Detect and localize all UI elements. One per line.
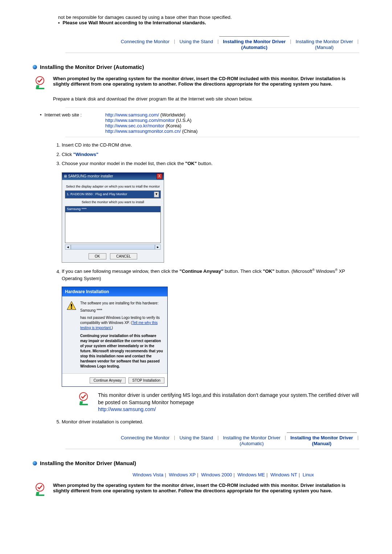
tab-separator: | [284,432,287,449]
link-loc: (Korea) [164,123,181,128]
sep: | [197,472,198,477]
tab-connecting-monitor[interactable]: Connecting the Monitor [117,36,173,53]
carryover-line: not be responsible for damages caused by… [58,15,359,20]
chevron-down-icon[interactable]: ▼ [154,192,159,197]
step-3: Choose your monitor model in the model l… [62,160,359,263]
monitor-list[interactable]: Samsung **** [65,206,161,243]
tab-separator: | [289,36,292,53]
warn-line1: The software you are installing for this… [80,301,163,306]
install-steps: Insert CD into the CD-ROM drive. Click "… [62,141,359,425]
link-loc: (U.S.A) [175,118,191,123]
horizontal-scrollbar[interactable]: ◄ ► [65,245,161,250]
divider [65,137,359,137]
website-list: http://www.samsung.com/ (Worldwide) http… [105,112,359,134]
close-icon[interactable]: X [156,173,162,179]
tab-install-driver-manual[interactable]: Installing the Monitor Driver (Manual) [292,36,356,53]
sep: | [266,472,268,477]
check-note-icon [33,76,47,90]
installer-dialog-title: 🖥 SAMSUNG monitor installer [64,173,113,179]
step-4: If you can see following message window,… [62,268,359,413]
os-link-vista[interactable]: Windows Vista [132,472,163,477]
link-samsung-china[interactable]: http://www.samsungmonitor.com.cn/ [105,128,181,134]
tab-separator: | [217,432,219,449]
step-2-text: Click [62,152,73,157]
step-4-text-f: Windows [315,269,335,274]
installer-adapter-label: Select the display adapter on which you … [65,184,161,189]
tab-connecting-monitor[interactable]: Connecting the Monitor [117,432,173,449]
os-link-xp[interactable]: Windows XP [169,472,196,477]
cancel-button[interactable]: CANCEL [110,253,137,259]
warn-product: Samsung **** [80,308,163,313]
svg-rect-10 [36,495,44,496]
tab-separator: | [173,36,176,53]
installer-monitor-label: Select the monitor which you want to ins… [65,200,161,205]
tab-separator: | [357,36,359,53]
hardware-warning-title: Hardware Installation [62,287,167,296]
tab-separator: | [357,432,359,449]
step-1: Insert CD into the CD-ROM drive. [62,141,359,149]
os-link-linux[interactable]: Linux [303,472,314,477]
divider [65,107,359,108]
cert-text: This monitor driver is under certifying … [98,392,359,405]
step-4-text-a: If you can see following message window,… [62,269,179,274]
os-link-nt[interactable]: Windows NT [270,472,297,477]
tab-install-driver-auto[interactable]: Installing the Monitor Driver (Automatic… [219,36,289,53]
installer-dialog: 🖥 SAMSUNG monitor installer X Select the… [62,172,164,263]
installer-dialog-title-text: SAMSUNG monitor installer [68,174,113,178]
step-5: Monitor driver installation is completed… [62,418,359,426]
monitor-list-item[interactable]: Samsung **** [65,206,160,212]
svg-rect-4 [71,307,72,309]
step-3-text-a: Choose your monitor model in the model l… [62,161,185,166]
adapter-select[interactable]: 1. RADEON 9550 : Plug and Play Monitor ▼ [65,190,161,198]
internet-website-label: Internet web site : [40,112,82,118]
svg-rect-2 [36,88,44,89]
sep: | [233,472,234,477]
tab-install-driver-auto[interactable]: Installing the Monitor Driver (Automatic… [219,432,284,449]
section-nav-tabs-1: Connecting the Monitor | Using the Stand… [65,36,359,53]
step-4-text-e: button. (Microsoft [274,269,312,274]
svg-rect-3 [71,304,72,307]
continue-anyway-button[interactable]: Continue Anyway [90,377,126,383]
link-loc: (Worldwide) [159,112,185,118]
os-links-row: Windows Vista| Windows XP| Windows 2000|… [87,472,359,477]
link-samsung-usa[interactable]: http://www.samsung.com/monitor [105,118,175,123]
check-note-icon [33,483,47,497]
warn-line2b: ) [112,326,113,330]
os-link-me[interactable]: Windows ME [237,472,265,477]
scroll-left-icon[interactable]: ◄ [65,245,71,250]
prepare-disk-text: Prepare a blank disk and download the dr… [53,96,359,102]
step-2-windows: "Windows" [73,152,98,157]
sep: | [299,472,300,477]
section-nav-tabs-2: Connecting the Monitor | Using the Stand… [65,432,359,449]
step-4-continue: "Continue Anyway" [179,269,223,274]
tab-separator: | [173,432,176,449]
wall-mount-note: Please use Wall Mount according to the I… [58,20,359,25]
tab-separator: | [217,36,219,53]
check-note-icon [76,392,91,406]
section-bullet-icon [33,65,37,69]
step-3-text-c: button. [197,161,212,166]
link-loc: (China) [181,128,197,134]
tab-install-driver-manual[interactable]: Installing the Monitor Driver (Manual) [287,432,357,449]
tab-using-stand[interactable]: Using the Stand [176,36,217,53]
adapter-select-value: 1. RADEON 9550 : Plug and Play Monitor [67,192,127,197]
stop-installation-button[interactable]: STOP Installation [128,377,164,383]
os-link-2000[interactable]: Windows 2000 [201,472,232,477]
scroll-track[interactable] [71,245,155,250]
link-samsung-korea[interactable]: http://www.sec.co.kr/monitor [105,123,164,128]
scroll-right-icon[interactable]: ► [155,245,161,250]
section-title-manual: Installing the Monitor Driver (Manual) [40,460,136,466]
step-3-ok: "OK" [185,161,197,166]
sep: | [165,472,166,477]
step-4-text-c: button. Then click [223,269,263,274]
tab-using-stand[interactable]: Using the Stand [176,432,217,449]
section-bullet-icon [33,461,37,465]
warning-icon [66,301,77,311]
link-samsung-cert[interactable]: http://www.samsung.com/ [98,406,156,412]
reg-mark: ® [335,268,338,272]
link-samsung-worldwide[interactable]: http://www.samsung.com/ [105,112,159,118]
ok-button[interactable]: OK [89,253,106,259]
driver-insert-note: When prompted by the operating system fo… [53,76,359,90]
step-4-ok: "OK" [263,269,274,274]
reg-mark: ® [312,268,315,272]
